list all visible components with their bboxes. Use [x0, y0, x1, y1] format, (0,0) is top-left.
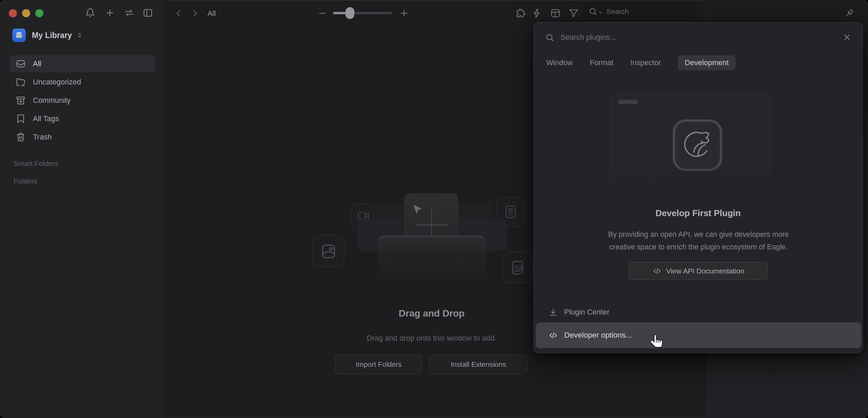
zoom-out-icon[interactable] — [317, 8, 328, 18]
illustration-sidebar-divider — [649, 111, 649, 195]
sidebar-nav: All ? Uncategorized Community All Tags — [10, 55, 155, 147]
menu-item-plugin-center[interactable]: Plugin Center — [536, 303, 861, 322]
plugin-search-row — [534, 22, 863, 52]
sidebar-item-label: Community — [33, 96, 71, 105]
add-plus-icon[interactable] — [105, 8, 115, 18]
api-button-label: View API Documentation — [666, 267, 745, 275]
section-smart-folders[interactable]: Smart Folders — [14, 159, 58, 168]
chevron-up-down-icon — [76, 32, 83, 39]
sidebar-item-label: Uncategorized — [33, 78, 81, 87]
cursor-arrow-illustration-icon — [410, 203, 425, 218]
popup-divider — [534, 296, 863, 297]
view-title: All — [208, 9, 216, 18]
tab-development[interactable]: Development — [678, 55, 735, 70]
chevron-down-icon[interactable] — [598, 10, 604, 15]
toggle-sidebar-icon[interactable] — [143, 8, 153, 18]
typography-icon: Aa — [502, 252, 533, 284]
section-folders[interactable]: Folders — [14, 177, 37, 185]
folder-question-icon: ? — [16, 77, 26, 87]
view-api-documentation-button[interactable]: View API Documentation — [629, 262, 768, 280]
sidebar-item-trash[interactable]: Trash — [10, 129, 155, 146]
menu-item-label: Developer options... — [564, 331, 632, 340]
library-name: My Library — [32, 31, 72, 40]
sidebar: My Library All ? Uncategorized — [0, 0, 163, 418]
back-arrow-icon[interactable] — [174, 8, 184, 18]
sidebar-item-community[interactable]: Community — [10, 92, 155, 109]
plugin-card-description: By providing an open API, we can give de… — [597, 228, 800, 253]
inbox-icon — [16, 59, 26, 69]
archive-download-icon — [16, 95, 26, 106]
search-icon — [589, 7, 597, 16]
actions-zap-icon[interactable] — [532, 8, 542, 18]
bookmark-icon — [16, 114, 26, 124]
sidebar-item-label: All — [33, 59, 41, 68]
zoom-slider-thumb[interactable] — [346, 7, 354, 19]
transfer-arrows-icon[interactable] — [124, 8, 134, 18]
layout-icon[interactable] — [550, 8, 560, 18]
pin-icon[interactable] — [844, 8, 854, 18]
eagle-app-icon — [673, 119, 722, 171]
code-icon — [549, 331, 558, 340]
zoom-slider-track[interactable] — [333, 12, 392, 14]
illustration-titlebar-pill — [618, 100, 638, 104]
sidebar-item-all[interactable]: All — [10, 55, 155, 72]
search-icon — [545, 33, 554, 42]
notifications-bell-icon[interactable] — [85, 8, 95, 18]
tab-inspector[interactable]: Inspector — [630, 58, 661, 67]
traffic-close-button[interactable] — [9, 9, 17, 17]
sidebar-item-all-tags[interactable]: All Tags — [10, 110, 155, 127]
import-folders-button[interactable]: Import Folders — [335, 355, 422, 374]
app-window: My Library All ? Uncategorized — [0, 0, 868, 418]
install-extensions-button[interactable]: Install Extensions — [429, 355, 528, 374]
plugin-search-input[interactable] — [560, 33, 825, 42]
code-icon — [653, 267, 662, 276]
plugin-card-heading: Develop First Plugin — [534, 208, 863, 218]
download-icon — [549, 308, 558, 317]
illustration-divider — [611, 111, 770, 111]
zoom-in-icon[interactable] — [399, 8, 409, 18]
library-icon — [12, 28, 26, 42]
photo-icon — [313, 235, 344, 268]
traffic-minimize-button[interactable] — [22, 9, 30, 17]
menu-item-label: Plugin Center — [564, 308, 609, 317]
hand-pointer-cursor — [648, 333, 665, 349]
forward-arrow-icon[interactable] — [190, 8, 200, 18]
library-switcher[interactable]: My Library — [12, 28, 83, 42]
menu-item-developer-options[interactable]: Developer options... — [536, 322, 861, 348]
filter-funnel-icon[interactable] — [569, 8, 579, 18]
sidebar-item-uncategorized[interactable]: ? Uncategorized — [10, 74, 155, 91]
tab-window[interactable]: Window — [546, 58, 573, 67]
plugin-illustration-window — [611, 93, 770, 195]
plugins-puzzle-icon[interactable] — [515, 8, 526, 18]
global-search-input[interactable] — [606, 7, 690, 16]
svg-text:?: ? — [22, 83, 24, 87]
global-search-box[interactable] — [583, 2, 696, 21]
traffic-zoom-button[interactable] — [35, 9, 43, 17]
svg-text:Aa: Aa — [514, 263, 522, 271]
close-icon[interactable] — [842, 33, 852, 42]
plugins-popup: Window Format Inspector Development Deve… — [533, 22, 863, 353]
sidebar-item-label: All Tags — [33, 114, 59, 123]
tab-format[interactable]: Format — [590, 58, 613, 67]
plugin-tabs: Window Format Inspector Development — [546, 55, 735, 71]
drop-tray — [378, 235, 486, 291]
trash-icon — [16, 132, 26, 142]
sidebar-item-label: Trash — [33, 133, 52, 141]
